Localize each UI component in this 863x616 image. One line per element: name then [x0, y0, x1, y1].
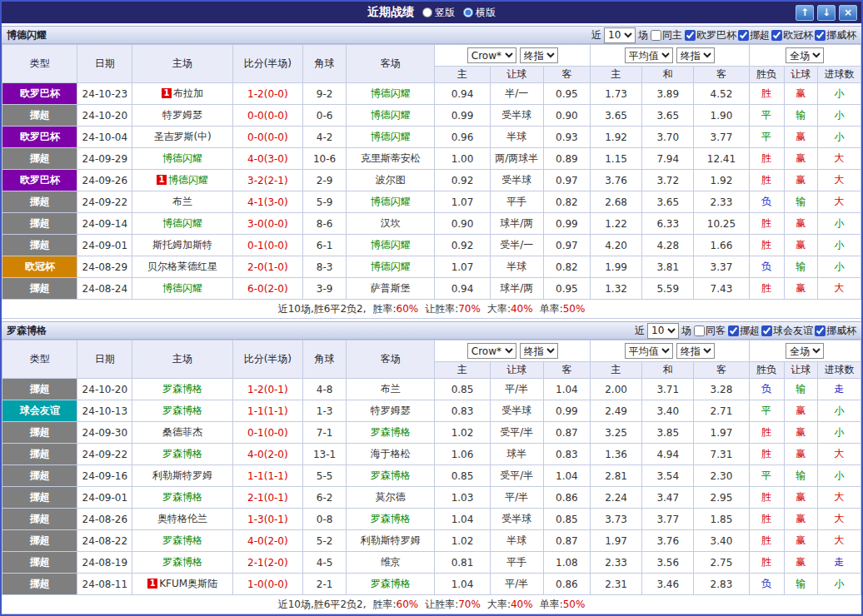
corners: 8-3 [303, 256, 347, 278]
avg-home: 3.73 [590, 509, 641, 530]
away-team: 罗森博格 [347, 509, 435, 530]
odds-source-select[interactable]: Crow* [467, 47, 516, 63]
stat-value: 40% [511, 599, 533, 610]
score: 4-0(2-0) [232, 444, 302, 465]
scope-select[interactable]: 全场 [786, 343, 824, 359]
competition-checkbox[interactable] [771, 30, 782, 41]
col-home: 主场 [132, 340, 232, 379]
result-goals: 小 [817, 127, 861, 148]
match-type-badge: 欧罗巴杯 [2, 83, 77, 105]
avg-away: 1.85 [694, 509, 749, 530]
competition-filter[interactable]: 欧冠杯 [771, 28, 813, 42]
avg-away: 3.37 [694, 256, 749, 278]
odds-time-select[interactable]: 终指 [520, 343, 558, 359]
odds-home: 0.99 [435, 105, 490, 127]
odds-home: 1.07 [435, 191, 490, 213]
same-venue-checkbox[interactable] [651, 30, 661, 41]
corners: 2-9 [303, 170, 347, 191]
competition-filter[interactable]: 挪超 [728, 324, 760, 338]
competition-checkbox[interactable] [728, 325, 739, 336]
competition-filter[interactable]: 挪威杯 [815, 324, 856, 338]
same-venue-filter[interactable]: 同主 [651, 28, 682, 42]
stat-item: 单率:50% [540, 598, 586, 612]
same-venue-filter[interactable]: 同客 [694, 324, 726, 338]
layout-horizontal-label: 横版 [476, 6, 496, 20]
layout-vertical-radio[interactable]: 竖版 [422, 6, 455, 20]
col-result-goals: 进球数 [817, 362, 861, 379]
col-odds-away: 客 [543, 362, 590, 379]
scope-select[interactable]: 全场 [786, 47, 824, 63]
odds-away: 1.04 [543, 379, 590, 400]
odds-time-select[interactable]: 终指 [520, 47, 558, 63]
home-team: 斯托姆加斯特 [132, 235, 232, 256]
summary-stats: 胜率:60%让胜率:70%大率:40%单率:50% [372, 302, 585, 316]
match-type-badge: 欧罗巴杯 [2, 127, 77, 148]
competition-filter[interactable]: 球会友谊 [761, 324, 813, 338]
result-goals: 走 [817, 552, 861, 574]
match-type-badge: 欧罗巴杯 [2, 170, 77, 191]
avg-home: 2.49 [590, 400, 641, 422]
away-team-name: 罗森博格 [371, 426, 411, 438]
odds-source-select[interactable]: Crow* [467, 343, 516, 359]
corners: 10-6 [303, 148, 347, 170]
competition-checkbox[interactable] [685, 30, 696, 41]
corners: 7-1 [303, 422, 347, 444]
result-outcome: 胜 [749, 530, 784, 552]
score: 0-1(0-0) [232, 235, 302, 256]
col-score: 比分(半场) [232, 340, 302, 379]
result-goals: 小 [817, 235, 861, 256]
col-odds-away: 客 [543, 67, 590, 83]
competition-label: 挪威杯 [826, 28, 856, 42]
close-button[interactable]: × [839, 5, 857, 21]
corners: 13-1 [303, 444, 347, 465]
competition-checkbox[interactable] [815, 30, 826, 41]
avg-away: 3.28 [694, 379, 749, 400]
corners: 4-2 [303, 127, 347, 148]
avg-source-select[interactable]: 平均值 [625, 343, 673, 359]
match-count-select[interactable]: 10 [647, 323, 679, 339]
match-row: 挪超24-10-20特罗姆瑟0-0(0-0)0-6博德闪耀0.99受半球0.90… [2, 105, 861, 127]
score: 0-0(0-0) [232, 105, 302, 127]
avg-draw: 3.56 [642, 552, 694, 574]
avg-source-select[interactable]: 平均值 [625, 47, 673, 63]
result-goals: 大 [817, 487, 861, 509]
avg-home: 3.65 [590, 105, 641, 127]
col-avg-away: 客 [694, 362, 749, 379]
layout-vertical-radio-input[interactable] [422, 7, 432, 17]
competition-checkbox[interactable] [815, 325, 826, 336]
layout-horizontal-radio-input[interactable] [463, 7, 473, 17]
red-card-badge: 1 [157, 175, 167, 185]
scroll-down-button[interactable]: ↓ [817, 5, 836, 21]
competition-checkbox[interactable] [738, 30, 749, 41]
result-outcome: 负 [749, 379, 784, 400]
col-result-handicap: 让球 [784, 67, 817, 83]
match-row: 挪超24-09-01罗森博格2-1(0-1)6-2莫尔德1.03平/半0.862… [2, 487, 861, 509]
stat-label: 让胜率: [425, 303, 458, 315]
home-team: 罗森博格 [132, 379, 232, 400]
avg-time-select[interactable]: 终指 [676, 47, 715, 63]
odds-home: 0.92 [435, 170, 490, 191]
avg-source-group: 平均值 终指 [590, 45, 749, 67]
same-venue-checkbox[interactable] [694, 325, 705, 336]
title-center: 近期战绩 竖版 横版 [367, 5, 496, 20]
match-count-select[interactable]: 10 [604, 27, 636, 43]
odds-source-group: Crow* 终指 [435, 45, 591, 67]
table-header-row-groups: 类型 日期 主场 比分(半场) 角球 客场 Crow* 终指 平均值 终指 [2, 340, 861, 362]
result-handicap: 赢 [784, 509, 817, 530]
match-date: 24-08-29 [77, 256, 132, 278]
col-corner: 角球 [303, 45, 347, 83]
odds-home: 1.02 [435, 422, 490, 444]
corners: 3-9 [303, 278, 347, 300]
competition-filter[interactable]: 欧罗巴杯 [685, 28, 736, 42]
avg-draw: 3.72 [642, 170, 694, 191]
match-type-badge: 挪超 [2, 530, 77, 552]
avg-time-select[interactable]: 终指 [676, 343, 715, 359]
scroll-up-button[interactable]: ↑ [796, 5, 814, 21]
score: 1-2(0-1) [232, 379, 302, 400]
competition-checkbox[interactable] [761, 325, 772, 336]
avg-home: 1.73 [590, 83, 641, 105]
layout-horizontal-radio[interactable]: 横版 [463, 6, 496, 20]
close-icon: × [844, 7, 852, 18]
competition-filter[interactable]: 挪超 [738, 28, 770, 42]
competition-filter[interactable]: 挪威杯 [815, 28, 856, 42]
